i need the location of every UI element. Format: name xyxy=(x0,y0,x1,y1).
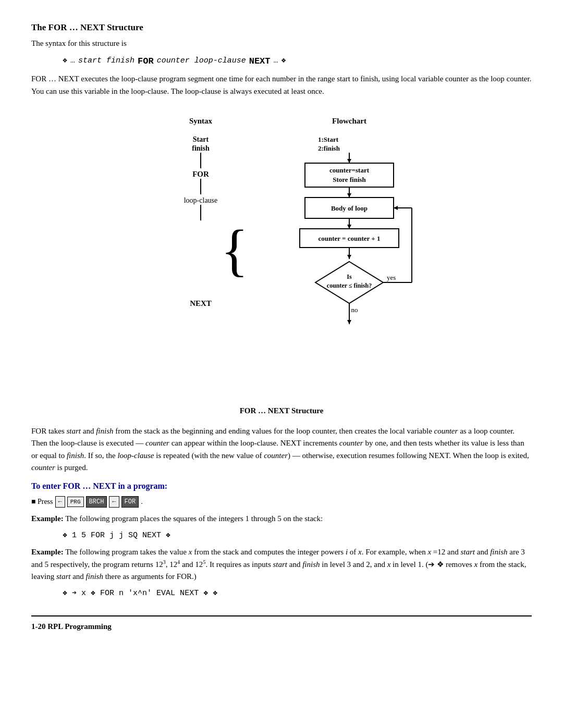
svg-text:no: no xyxy=(351,306,358,314)
svg-text:Start: Start xyxy=(193,135,209,143)
for-next-diagram: Syntax Flowchart Start finish FOR loop-c… xyxy=(31,108,532,400)
main-paragraph: FOR … NEXT executes the loop-clause prog… xyxy=(31,73,532,97)
svg-text:loop-clause: loop-clause xyxy=(184,196,218,204)
svg-text:Store finish: Store finish xyxy=(333,176,366,183)
counter-italic2: counter xyxy=(145,439,169,447)
example1-text: The following program places the squares… xyxy=(65,514,323,523)
example2-bold: Example: xyxy=(31,548,64,556)
svg-text:finish: finish xyxy=(192,144,210,152)
svg-text:NEXT: NEXT xyxy=(190,299,212,307)
syntax-intro: The syntax for this structure is xyxy=(31,38,532,50)
ellipsis2: … xyxy=(274,55,278,67)
FOR-keyword-syntax: FOR xyxy=(138,55,154,68)
ellipsis: … xyxy=(70,55,75,67)
press-period: . xyxy=(141,496,143,507)
svg-marker-23 xyxy=(347,225,351,229)
example1-code: ❖ 1 5 FOR j j SQ NEXT ❖ xyxy=(63,530,532,542)
diagram-svg: Syntax Flowchart Start finish FOR loop-c… xyxy=(120,108,443,400)
svg-text:2:finish: 2:finish xyxy=(318,144,340,152)
svg-text:counter=start: counter=start xyxy=(329,166,370,174)
syntax-display: ❖ … start finish FOR counter loop-clause… xyxy=(63,55,532,68)
key-back-arrow2[interactable]: ← xyxy=(109,496,119,508)
counter-loop-syntax: counter loop-clause xyxy=(157,55,246,67)
key-back-arrow[interactable]: ← xyxy=(55,496,65,508)
press-label: ■ Press xyxy=(31,496,53,507)
start-italic: start xyxy=(67,427,81,435)
svg-marker-14 xyxy=(347,159,351,163)
svg-marker-38 xyxy=(347,320,351,324)
key-PRG[interactable]: PRG xyxy=(67,497,84,508)
svg-text:Syntax: Syntax xyxy=(189,117,213,125)
svg-text:Is: Is xyxy=(347,273,352,280)
key-FOR[interactable]: FOR xyxy=(121,496,139,508)
svg-text:Body of loop: Body of loop xyxy=(331,204,368,212)
counter-italic1: counter xyxy=(434,427,458,435)
counter-italic5: counter xyxy=(31,463,55,472)
svg-text:yes: yes xyxy=(387,274,396,281)
svg-text:Flowchart: Flowchart xyxy=(332,117,366,125)
example2-paragraph: Example: The following program takes the… xyxy=(31,546,532,583)
to-enter-heading: To enter FOR … NEXT in a program: xyxy=(31,480,532,493)
svg-marker-35 xyxy=(394,206,398,210)
finish-italic2: finish xyxy=(67,451,84,460)
section-title: The FOR … NEXT Structure xyxy=(31,21,532,34)
svg-marker-27 xyxy=(347,255,351,259)
finish-italic: finish xyxy=(96,427,113,435)
counter-italic3: counter xyxy=(339,439,363,447)
press-instruction: ■ Press ← PRG BRCH ← FOR . xyxy=(31,496,532,508)
svg-text:1:Start: 1:Start xyxy=(318,135,339,143)
example2-text: The following program takes the value x … xyxy=(31,548,526,581)
svg-text:counter ≤ finish?: counter ≤ finish? xyxy=(327,282,372,289)
NEXT-keyword-syntax: NEXT xyxy=(249,55,271,68)
sym-right: ❖ xyxy=(282,55,286,67)
svg-text:counter = counter + 1: counter = counter + 1 xyxy=(318,235,380,242)
counter-italic4: counter xyxy=(264,451,288,460)
svg-text:FOR: FOR xyxy=(192,170,209,178)
start-finish-syntax: start finish xyxy=(78,55,134,67)
example1-bold: Example: xyxy=(31,514,64,523)
svg-text:{: { xyxy=(221,218,249,282)
explanation-paragraph: FOR takes start and finish from the stac… xyxy=(31,425,532,474)
sym-left: ❖ xyxy=(63,55,67,67)
diagram-caption: FOR … NEXT Structure xyxy=(31,405,532,417)
svg-marker-19 xyxy=(347,193,351,198)
footer: 1-20 RPL Programming xyxy=(31,615,532,633)
example1-paragraph: Example: The following program places th… xyxy=(31,513,532,525)
loop-clause-italic: loop-clause xyxy=(117,451,154,460)
example2-code: ❖ ➔ x ❖ FOR n 'x^n' EVAL NEXT ❖ ❖ xyxy=(63,588,532,600)
key-BRCH[interactable]: BRCH xyxy=(86,496,107,508)
